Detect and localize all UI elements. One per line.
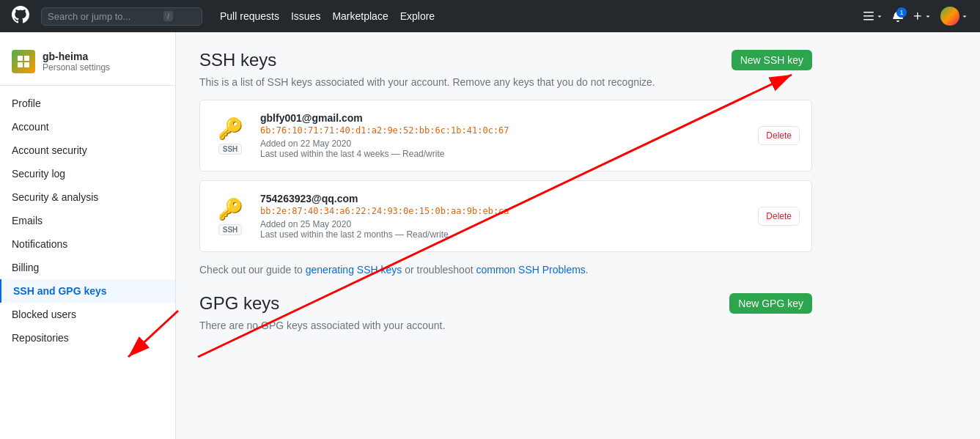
kbd-shortcut: / <box>163 11 173 21</box>
new-gpg-key-button[interactable]: New GPG key <box>729 293 812 314</box>
sidebar-item-blocked-users[interactable]: Blocked users <box>0 303 175 326</box>
page-wrapper: gb-heima Personal settings Profile Accou… <box>0 32 980 439</box>
menu-button[interactable] <box>863 10 883 22</box>
gpg-section-header: GPG keys New GPG key <box>199 293 812 314</box>
notifications-button[interactable]: 1 <box>892 10 904 22</box>
guide-prefix: Check out our guide to <box>199 264 306 276</box>
search-bar[interactable]: / <box>41 7 202 26</box>
sidebar-item-security-log[interactable]: Security log <box>0 162 175 185</box>
delete-key-button-1[interactable]: Delete <box>758 126 800 145</box>
ssh-info-text: This is a list of SSH keys associated wi… <box>199 76 812 88</box>
nav-right-actions: 1 <box>863 7 968 26</box>
key-icon-box-2: 🔑 SSH <box>212 197 248 235</box>
sidebar-user-info: gb-heima Personal settings <box>0 44 175 86</box>
gpg-no-keys-text: There are no GPG keys associated with yo… <box>199 320 812 331</box>
key-fingerprint-2: bb:2e:87:40:34:a6:22:24:93:0e:15:0b:aa:9… <box>260 206 746 216</box>
key-details-2: 754263923@qq.com bb:2e:87:40:34:a6:22:24… <box>260 193 746 240</box>
search-input[interactable] <box>48 11 158 22</box>
generating-ssh-keys-link[interactable]: generating SSH keys <box>306 264 402 276</box>
sidebar-item-notifications[interactable]: Notifications <box>0 232 175 256</box>
guide-mid: or troubleshoot <box>402 264 476 276</box>
key-last-used-2: Last used within the last 2 months — Rea… <box>260 229 449 240</box>
key-added-1: Added on 22 May 2020 <box>260 139 351 149</box>
key-icon-1: 🔑 <box>218 117 243 141</box>
common-ssh-problems-link[interactable]: common SSH Problems <box>476 264 585 276</box>
new-item-button[interactable] <box>913 11 932 21</box>
key-last-used-1: Last used within the last 4 weeks — Read… <box>260 149 444 159</box>
delete-key-button-2[interactable]: Delete <box>758 207 800 226</box>
ssh-key-card-2: 🔑 SSH 754263923@qq.com bb:2e:87:40:34:a6… <box>199 180 812 252</box>
key-meta-2: Added on 25 May 2020 Last used within th… <box>260 219 746 240</box>
ssh-section-header: SSH keys New SSH key <box>199 50 812 70</box>
sidebar-item-account-security[interactable]: Account security <box>0 139 175 162</box>
nav-explore[interactable]: Explore <box>400 10 435 22</box>
key-email-1: gblfy001@gmail.com <box>260 112 746 124</box>
nav-links: Pull requests Issues Marketplace Explore <box>220 10 435 22</box>
nav-issues[interactable]: Issues <box>291 10 320 22</box>
user-avatar <box>940 7 959 26</box>
github-logo-icon[interactable] <box>12 6 29 27</box>
sidebar-item-account[interactable]: Account <box>0 115 175 139</box>
sidebar-user-details: gb-heima Personal settings <box>43 51 110 73</box>
sidebar-item-repositories[interactable]: Repositories <box>0 326 175 350</box>
ssh-section-title: SSH keys <box>199 50 276 70</box>
settings-sidebar: gb-heima Personal settings Profile Accou… <box>0 32 176 439</box>
key-meta-1: Added on 22 May 2020 Last used within th… <box>260 139 746 159</box>
svg-rect-1 <box>24 56 29 61</box>
sidebar-item-security-analysis[interactable]: Security & analysis <box>0 185 175 209</box>
key-details-1: gblfy001@gmail.com 6b:76:10:71:71:40:d1:… <box>260 112 746 159</box>
notification-count: 1 <box>896 7 907 18</box>
key-email-2: 754263923@qq.com <box>260 193 746 204</box>
gpg-section-title: GPG keys <box>199 293 279 314</box>
top-navbar: / Pull requests Issues Marketplace Explo… <box>0 0 980 32</box>
ssh-card-inner-2: 🔑 SSH 754263923@qq.com bb:2e:87:40:34:a6… <box>200 181 811 251</box>
sidebar-subtitle: Personal settings <box>43 62 110 73</box>
key-fingerprint-1: 6b:76:10:71:71:40:d1:a2:9e:52:bb:6c:1b:4… <box>260 125 746 136</box>
nav-marketplace[interactable]: Marketplace <box>332 10 388 22</box>
sidebar-item-billing[interactable]: Billing <box>0 256 175 279</box>
sidebar-item-emails[interactable]: Emails <box>0 209 175 232</box>
ssh-section: SSH keys New SSH key This is a list of S… <box>199 50 812 276</box>
gpg-section: GPG keys New GPG key There are no GPG ke… <box>199 293 812 331</box>
sidebar-username: gb-heima <box>43 51 110 62</box>
sidebar-item-profile[interactable]: Profile <box>0 92 175 115</box>
svg-rect-2 <box>18 62 23 67</box>
ssh-card-inner-1: 🔑 SSH gblfy001@gmail.com 6b:76:10:71:71:… <box>200 100 811 171</box>
sidebar-avatar <box>12 50 35 73</box>
key-icon-2: 🔑 <box>218 197 243 221</box>
ssh-type-badge-1: SSH <box>218 144 243 155</box>
ssh-key-card-1: 🔑 SSH gblfy001@gmail.com 6b:76:10:71:71:… <box>199 100 812 171</box>
key-added-2: Added on 25 May 2020 <box>260 219 351 229</box>
guide-text: Check out our guide to generating SSH ke… <box>199 264 812 276</box>
guide-suffix: . <box>586 264 589 276</box>
svg-rect-3 <box>24 62 29 67</box>
new-ssh-key-button[interactable]: New SSH key <box>732 50 812 70</box>
key-icon-box-1: 🔑 SSH <box>212 117 248 155</box>
ssh-type-badge-2: SSH <box>218 224 243 235</box>
nav-pull-requests[interactable]: Pull requests <box>220 10 279 22</box>
sidebar-item-ssh-gpg[interactable]: SSH and GPG keys <box>0 279 175 303</box>
main-content: SSH keys New SSH key This is a list of S… <box>176 32 836 439</box>
user-menu-button[interactable] <box>940 7 968 26</box>
svg-rect-0 <box>18 56 23 61</box>
